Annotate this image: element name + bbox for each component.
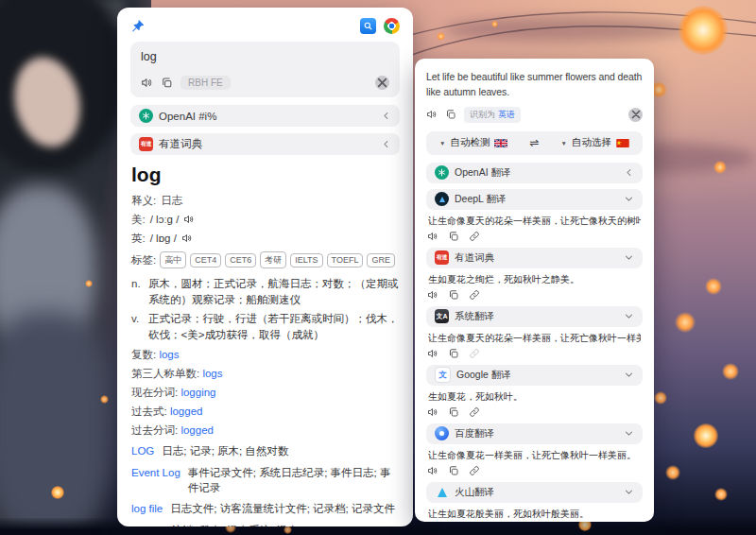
service-header[interactable]: DeepL 翻译 [426, 189, 643, 210]
word-form-row: 现在分词: logging [131, 386, 399, 400]
phonetic-label: 美: [131, 212, 146, 227]
service-volcano: 火山翻译 让生如夏花般美丽，死如秋叶般美丽。 [426, 482, 643, 522]
lantern-glow [675, 312, 696, 333]
phrase-row: log file日志文件; 访客流量统计文件; 记录档; 记录文件 [131, 501, 399, 516]
definition-noun: n. 原木，圆材；正式记录，航海日志；对数；（定期或系统的）观察记录；船舶测速仪 [131, 276, 399, 308]
lantern-glow [491, 21, 498, 27]
wallpaper-dress [0, 312, 113, 535]
source-language-selector[interactable]: ▼ 自动检测 [426, 136, 522, 149]
lantern-glow [51, 486, 64, 499]
chevron-down-icon[interactable] [624, 428, 634, 439]
form-value-link[interactable]: logs [159, 349, 179, 360]
chevron-left-icon[interactable] [624, 167, 634, 178]
copy-icon[interactable] [448, 465, 459, 476]
detected-language-pill[interactable]: 识别为 英语 [464, 107, 521, 123]
word-form-row: 过去分词: logged [131, 423, 399, 438]
close-window-button[interactable] [628, 108, 643, 122]
volcano-translate-icon [435, 485, 449, 499]
lantern-glow [654, 391, 667, 405]
speaker-icon[interactable] [427, 406, 438, 418]
chevron-down-icon[interactable] [624, 252, 634, 263]
service-youdao: 有道 有道词典 生如夏花之绚烂，死如秋叶之静美。 [426, 248, 643, 301]
headword: log [131, 164, 399, 186]
openai-icon [435, 165, 449, 180]
service-header[interactable]: 百度翻译 [426, 423, 643, 444]
chrome-icon[interactable] [384, 18, 400, 34]
form-value-link[interactable]: logging [180, 387, 215, 398]
uk-flag-icon [494, 139, 507, 147]
translation-action-row [427, 348, 642, 359]
link-icon[interactable] [469, 465, 480, 476]
clear-input-button[interactable] [375, 76, 389, 90]
translation-text: 让生如夏花般美丽，死如秋叶般美丽。 [428, 508, 641, 521]
phonetic-row-us: 美: / lɔːg / [131, 212, 399, 227]
form-label: 第三人称单数: [131, 368, 199, 379]
search-app-icon[interactable] [360, 18, 376, 34]
service-header[interactable]: 文A 系统翻译 [426, 306, 643, 327]
language-bar: ▼ 自动检测 ⇌ ▼ 自动选择 [426, 131, 643, 155]
source-action-row: 识别为 英语 [426, 107, 643, 123]
form-value-link[interactable]: logs [202, 368, 222, 379]
speaker-icon[interactable] [183, 214, 195, 225]
pin-icon[interactable] [130, 19, 146, 34]
chevron-down-icon[interactable] [624, 311, 634, 321]
copy-icon[interactable] [445, 109, 456, 120]
chevron-down-icon[interactable] [624, 194, 634, 204]
phrase-term-link[interactable]: log file [131, 501, 163, 516]
phrase-term-link[interactable]: log out [131, 523, 164, 526]
link-icon [469, 348, 480, 359]
gloss-value: 日志 [161, 193, 182, 208]
translation-action-row [427, 465, 642, 476]
copy-icon[interactable] [448, 406, 459, 418]
phrase-term-link[interactable]: Event Log [131, 465, 180, 496]
form-label: 现在分词: [131, 387, 178, 398]
openai-section-header[interactable]: OpenAI #i% [130, 105, 400, 127]
service-baidu: 百度翻译 让生命像夏花一样美丽，让死亡像秋叶一样美丽。 [426, 423, 643, 476]
service-header[interactable]: OpenAI 翻译 [426, 163, 643, 183]
copy-icon[interactable] [448, 231, 459, 242]
speaker-icon[interactable] [181, 233, 193, 244]
baidu-translate-icon [435, 426, 449, 440]
close-icon [630, 109, 642, 120]
translation-text: 让生命像夏天的花朵一样美丽，让死亡像秋天的树叶。 [428, 215, 641, 228]
speaker-icon[interactable] [141, 77, 153, 89]
screen: log RBH FE OpenAI #i% 有道 有道词典 log 释义: 日志 [0, 0, 756, 535]
form-value-link[interactable]: logged [170, 406, 203, 417]
service-header[interactable]: 火山翻译 [426, 482, 643, 503]
speaker-icon[interactable] [427, 231, 438, 242]
definition-text: 原木，圆材；正式记录，航海日志；对数；（定期或系统的）观察记录；船舶测速仪 [148, 276, 399, 308]
word-form-row: 过去式: logged [131, 405, 399, 419]
link-icon[interactable] [469, 406, 480, 418]
query-input[interactable]: log [141, 50, 389, 63]
translation-text: 让生命像夏天的花朵一样美丽，让死亡像秋叶一样美丽。 [428, 332, 641, 345]
copy-icon[interactable] [161, 77, 173, 89]
phrase-term-link[interactable]: LOG [131, 443, 154, 458]
phonetic-label: 英: [131, 231, 146, 246]
window-toolbar [130, 16, 400, 36]
chevron-left-icon[interactable] [381, 111, 391, 121]
link-icon[interactable] [469, 289, 480, 301]
lantern-glow [722, 363, 739, 380]
link-icon[interactable] [469, 231, 480, 242]
service-header[interactable]: 文 Google 翻译 [426, 365, 643, 386]
service-name: 有道词典 [455, 251, 494, 265]
swap-languages-button[interactable]: ⇌ [522, 136, 548, 149]
speaker-icon[interactable] [427, 289, 438, 301]
copy-icon[interactable] [448, 289, 459, 301]
chevron-down-icon[interactable] [624, 370, 634, 380]
target-language-selector[interactable]: ▼ 自动选择 [548, 136, 644, 149]
form-value-link[interactable]: logged [180, 424, 214, 436]
speaker-icon[interactable] [426, 109, 438, 120]
exam-tag: 考研 [260, 251, 286, 268]
chevron-left-icon[interactable] [381, 139, 391, 149]
chevron-down-icon[interactable] [624, 487, 634, 497]
youdao-section-header[interactable]: 有道 有道词典 [130, 133, 400, 155]
source-text: Let life be beautiful like summer flower… [426, 69, 643, 100]
copy-icon[interactable] [448, 348, 459, 359]
lantern-glow [437, 32, 445, 41]
service-header[interactable]: 有道 有道词典 [426, 248, 643, 268]
word-form-row: 第三人称单数: logs [131, 367, 399, 381]
speaker-icon[interactable] [427, 465, 438, 476]
speaker-icon[interactable] [427, 348, 438, 359]
phrase-row: LOG日志; 记录; 原木; 自然对数 [131, 443, 399, 458]
